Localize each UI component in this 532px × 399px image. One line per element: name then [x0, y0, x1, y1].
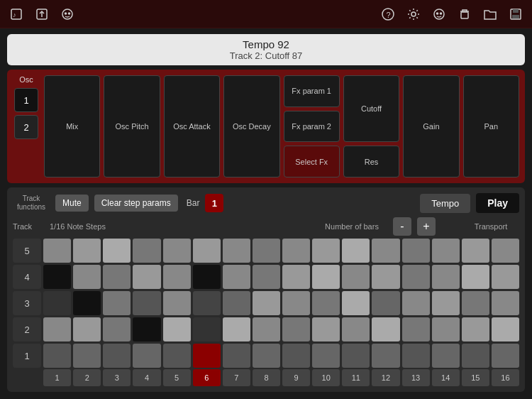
step-number-14[interactable]: 14 [432, 369, 460, 386]
seq-cell-row4-step4[interactable] [133, 265, 160, 289]
step-number-10[interactable]: 10 [312, 369, 340, 386]
seq-cell-row4-step6[interactable] [193, 265, 221, 289]
seq-cell-row5-step2[interactable] [73, 239, 101, 263]
seq-cell-row5-step11[interactable] [342, 239, 370, 263]
seq-cell-row1-step12[interactable] [372, 344, 399, 368]
seq-cell-row4-step3[interactable] [103, 265, 131, 289]
clear-step-button[interactable]: Clear step params [94, 195, 178, 212]
param-osc-attack[interactable]: Osc Attack [164, 75, 220, 177]
seq-cell-row2-step2[interactable] [73, 317, 101, 341]
seq-cell-row3-step6[interactable] [193, 291, 221, 315]
param-cutoff[interactable]: Cutoff [343, 75, 399, 142]
seq-cell-row4-step14[interactable] [432, 265, 460, 289]
seq-cell-row1-step16[interactable] [492, 344, 519, 368]
seq-cell-row1-step7[interactable] [223, 344, 250, 368]
param-select-fx[interactable]: Select Fx [284, 146, 340, 177]
seq-cell-row2-step15[interactable] [462, 317, 489, 341]
tempo-button[interactable]: Tempo [420, 194, 470, 213]
seq-cell-row5-step10[interactable] [312, 239, 340, 263]
seq-cell-row4-step10[interactable] [312, 265, 340, 289]
seq-cell-row4-step9[interactable] [282, 265, 310, 289]
param-mix[interactable]: Mix [44, 75, 100, 177]
seq-cell-row2-step4[interactable] [133, 317, 160, 341]
seq-cell-row2-step1[interactable] [43, 317, 71, 341]
param-osc-decay[interactable]: Osc Decay [223, 75, 279, 177]
seq-cell-row4-step1[interactable] [43, 265, 71, 289]
seq-cell-row2-step16[interactable] [492, 317, 519, 341]
seq-cell-row1-step3[interactable] [103, 344, 131, 368]
seq-cell-row1-step5[interactable] [163, 344, 191, 368]
help-icon[interactable]: ? [380, 6, 396, 22]
seq-cell-row1-step14[interactable] [432, 344, 460, 368]
seq-cell-row1-step2[interactable] [73, 344, 101, 368]
param-fx1[interactable]: Fx param 1 [284, 75, 340, 107]
step-number-15[interactable]: 15 [462, 369, 489, 386]
seq-cell-row2-step5[interactable] [163, 317, 191, 341]
seq-cell-row2-step12[interactable] [372, 317, 399, 341]
param-gain[interactable]: Gain [403, 75, 459, 177]
seq-cell-row5-step13[interactable] [402, 239, 430, 263]
step-number-5[interactable]: 5 [163, 369, 191, 386]
seq-cell-row3-step11[interactable] [342, 291, 370, 315]
osc-button-1[interactable]: 1 [14, 88, 38, 112]
step-number-13[interactable]: 13 [402, 369, 430, 386]
seq-cell-row4-step11[interactable] [342, 265, 370, 289]
seq-cell-row3-step7[interactable] [223, 291, 250, 315]
seq-cell-row1-step11[interactable] [342, 344, 370, 368]
seq-cell-row1-step4[interactable] [133, 344, 160, 368]
seq-cell-row1-step1[interactable] [43, 344, 71, 368]
folder-icon[interactable] [482, 6, 498, 22]
seq-cell-row4-step5[interactable] [163, 265, 191, 289]
step-number-6[interactable]: 6 [193, 369, 221, 386]
osc-button-2[interactable]: 2 [14, 115, 38, 139]
step-number-9[interactable]: 9 [282, 369, 310, 386]
param-fx2[interactable]: Fx param 2 [284, 111, 340, 143]
param-res[interactable]: Res [343, 146, 399, 177]
step-number-2[interactable]: 2 [73, 369, 101, 386]
step-number-11[interactable]: 11 [342, 369, 370, 386]
seq-cell-row5-step16[interactable] [492, 239, 519, 263]
seq-cell-row2-step6[interactable] [193, 317, 221, 341]
seq-cell-row5-step12[interactable] [372, 239, 399, 263]
param-pan[interactable]: Pan [463, 75, 519, 177]
seq-cell-row3-step2[interactable] [73, 291, 101, 315]
seq-cell-row1-step13[interactable] [402, 344, 430, 368]
seq-cell-row3-step5[interactable] [163, 291, 191, 315]
save-icon[interactable] [508, 6, 523, 22]
step-number-4[interactable]: 4 [133, 369, 160, 386]
param-osc-pitch[interactable]: Osc Pitch [104, 75, 160, 177]
seq-cell-row4-step2[interactable] [73, 265, 101, 289]
bar-number[interactable]: 1 [205, 194, 223, 212]
face-icon[interactable] [431, 6, 447, 22]
seq-cell-row5-step4[interactable] [133, 239, 160, 263]
seq-cell-row2-step14[interactable] [432, 317, 460, 341]
seq-cell-row3-step14[interactable] [432, 291, 460, 315]
face-small-icon[interactable] [60, 6, 75, 22]
seq-cell-row3-step1[interactable] [43, 291, 71, 315]
seq-cell-row5-step14[interactable] [432, 239, 460, 263]
export-icon[interactable] [34, 6, 50, 22]
seq-cell-row5-step7[interactable] [223, 239, 250, 263]
seq-cell-row5-step1[interactable] [43, 239, 71, 263]
seq-cell-row5-step3[interactable] [103, 239, 131, 263]
seq-cell-row5-step5[interactable] [163, 239, 191, 263]
seq-cell-row1-step8[interactable] [253, 344, 280, 368]
seq-cell-row3-step3[interactable] [103, 291, 131, 315]
seq-cell-row3-step16[interactable] [492, 291, 519, 315]
trash-icon[interactable] [457, 6, 472, 22]
seq-cell-row2-step3[interactable] [103, 317, 131, 341]
music-icon[interactable]: ♪ [9, 6, 24, 22]
seq-cell-row5-step9[interactable] [282, 239, 310, 263]
seq-cell-row2-step8[interactable] [253, 317, 280, 341]
seq-cell-row3-step9[interactable] [282, 291, 310, 315]
seq-cell-row3-step4[interactable] [133, 291, 160, 315]
step-number-1[interactable]: 1 [43, 369, 71, 386]
gear-icon[interactable] [406, 6, 421, 22]
seq-cell-row3-step12[interactable] [372, 291, 399, 315]
seq-cell-row4-step13[interactable] [402, 265, 430, 289]
step-number-7[interactable]: 7 [223, 369, 250, 386]
seq-cell-row2-step11[interactable] [342, 317, 370, 341]
seq-cell-row3-step13[interactable] [402, 291, 430, 315]
seq-cell-row2-step13[interactable] [402, 317, 430, 341]
plus-button[interactable]: + [417, 217, 436, 236]
